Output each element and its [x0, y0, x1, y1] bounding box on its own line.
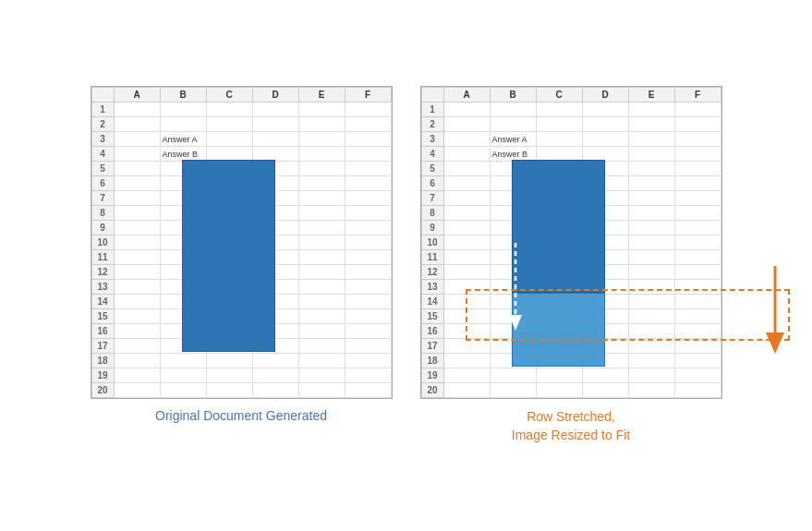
cell-r7-c1	[443, 191, 490, 206]
cell-r7-c2	[490, 191, 536, 206]
cell-r10-c1	[443, 235, 490, 250]
cell-r8-c4	[582, 206, 628, 221]
cell-r10-c3	[206, 235, 252, 250]
cell-r8-c5	[298, 206, 345, 221]
cell-r3-c3	[536, 132, 582, 147]
cell-r18-c3	[536, 354, 582, 368]
cell-r6-c2	[160, 176, 206, 191]
cell-r16-c3	[206, 324, 252, 339]
cell-r11-c1	[443, 250, 490, 265]
cell-r12-c6	[345, 265, 391, 280]
row-header-19: 19	[91, 368, 114, 383]
cell-r3-c1	[114, 132, 160, 147]
cell-r4-c6	[674, 147, 721, 162]
cell-r1-c2	[160, 103, 206, 117]
right-col-header-b: B	[490, 88, 536, 103]
col-header-c: C	[206, 88, 252, 103]
cell-r15-c6	[674, 309, 721, 324]
cell-r7-c1	[114, 191, 160, 206]
cell-r8-c2	[160, 206, 206, 221]
cell-r19-c2	[490, 368, 536, 383]
right-col-header-a: A	[443, 88, 490, 103]
cell-r20-c5	[628, 383, 674, 398]
cell-r19-c3	[536, 368, 582, 383]
cell-r5-c6	[674, 162, 721, 176]
row-header-15: 15	[91, 309, 114, 324]
cell-r14-c6	[345, 295, 391, 309]
cell-r8-c4	[252, 206, 298, 221]
cell-r17-c1	[114, 339, 160, 354]
cell-r20-c4	[252, 383, 298, 398]
row-header-18: 18	[91, 354, 114, 368]
cell-r14-c5	[628, 295, 674, 309]
cell-r7-c5	[628, 191, 674, 206]
cell-r17-c4	[582, 339, 628, 354]
cell-r16-c1	[443, 324, 490, 339]
cell-r16-c2	[160, 324, 206, 339]
cell-r16-c4	[582, 324, 628, 339]
cell-r17-c4	[252, 339, 298, 354]
cell-r9-c2	[160, 221, 206, 235]
cell-r15-c5	[298, 309, 345, 324]
cell-r8-c2	[490, 206, 536, 221]
cell-r17-c2	[490, 339, 536, 354]
cell-r4-c5	[298, 147, 345, 162]
cell-r12-c2	[160, 265, 206, 280]
cell-r8-c6	[345, 206, 391, 221]
cell-r9-c5	[298, 221, 345, 235]
cell-r19-c5	[298, 368, 345, 383]
cell-r13-c3	[206, 280, 252, 295]
right-col-header-f: F	[674, 88, 721, 103]
cell-r12-c1	[443, 265, 490, 280]
cell-r1-c5	[298, 103, 345, 117]
cell-r10-c3	[536, 235, 582, 250]
cell-r5-c5	[298, 162, 345, 176]
cell-r15-c2	[490, 309, 536, 324]
right-panel: A B C D E F 123Answer A4Answer B56789101…	[420, 86, 722, 444]
cell-r19-c3	[206, 368, 252, 383]
cell-r17-c6	[345, 339, 391, 354]
cell-r3-c5	[628, 132, 674, 147]
cell-r19-c4	[252, 368, 298, 383]
row-header-4: 4	[91, 147, 114, 162]
cell-r6-c2	[490, 176, 536, 191]
cell-r11-c4	[582, 250, 628, 265]
cell-r10-c5	[628, 235, 674, 250]
cell-r11-c2	[490, 250, 536, 265]
cell-r11-c3	[206, 250, 252, 265]
cell-r15-c4	[582, 309, 628, 324]
cell-r1-c6	[674, 103, 721, 117]
cell-r16-c6	[345, 324, 391, 339]
cell-r20-c2	[490, 383, 536, 398]
right-panel-label: Row Stretched,Image Resized to Fit	[512, 408, 630, 444]
cell-r6-c5	[628, 176, 674, 191]
cell-r2-c2	[160, 117, 206, 132]
cell-r17-c3	[206, 339, 252, 354]
cell-r2-c2	[490, 117, 536, 132]
cell-r14-c5	[298, 295, 345, 309]
cell-r15-c3	[536, 309, 582, 324]
cell-r14-c4	[582, 295, 628, 309]
cell-r10-c4	[252, 235, 298, 250]
cell-r20-c6	[674, 383, 721, 398]
cell-r6-c4	[252, 176, 298, 191]
cell-r8-c1	[114, 206, 160, 221]
cell-r16-c1	[114, 324, 160, 339]
cell-r16-c5	[628, 324, 674, 339]
cell-r4-c6	[345, 147, 391, 162]
row-header-1: 1	[91, 103, 114, 117]
cell-r2-c4	[582, 117, 628, 132]
cell-r7-c6	[345, 191, 391, 206]
cell-r10-c2	[490, 235, 536, 250]
cell-r15-c6	[345, 309, 391, 324]
cell-r7-c4	[582, 191, 628, 206]
cell-r5-c4	[582, 162, 628, 176]
row-header-9: 9	[91, 221, 114, 235]
cell-r19-c5	[628, 368, 674, 383]
cell-r1-c4	[582, 103, 628, 117]
left-spreadsheet: A B C D E F 123Answer A4Answer B56789101…	[91, 86, 393, 399]
cell-r1-c3	[206, 103, 252, 117]
cell-r18-c4	[582, 354, 628, 368]
row-header-7: 7	[421, 191, 443, 206]
col-header-e: E	[298, 88, 345, 103]
